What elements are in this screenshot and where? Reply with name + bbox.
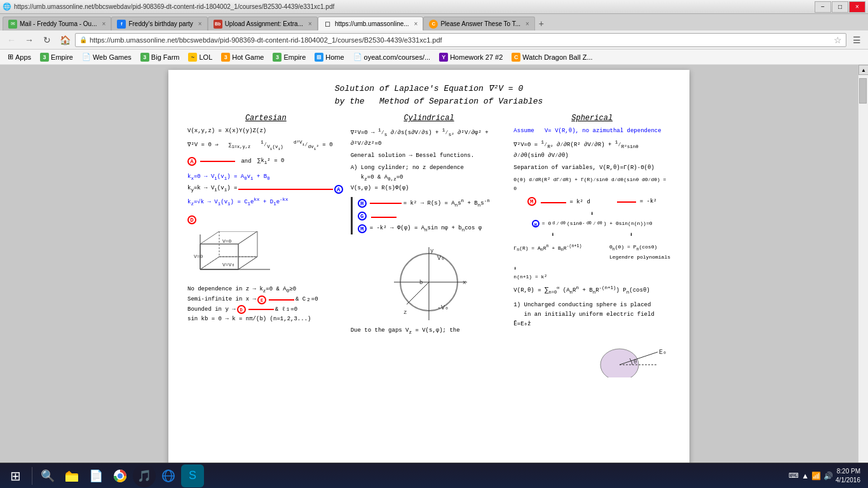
- cylindrical-equations: ∇²V=0 → 1⁄s ∂⁄∂s(s∂V⁄∂s) + 1⁄s² ∂²V⁄∂φ² …: [351, 126, 508, 336]
- dragon-ball-icon: C: [512, 53, 520, 62]
- apps-label: Apps: [15, 53, 31, 61]
- tab-pdf[interactable]: ◻ https://umb.umassonline... ×: [318, 17, 424, 30]
- address-text: https://umb.umassonline.net/bbcswebdav/p…: [90, 36, 831, 44]
- tray-time-display: 8:20 PM: [836, 467, 860, 476]
- circled-a-right: A: [334, 185, 343, 194]
- bookmark-big-farm[interactable]: 3 Big Farm: [137, 51, 184, 64]
- pdf-title: Solution of Laplace's Equation ∇²V = 0 b…: [187, 83, 670, 107]
- bookmark-empire-1[interactable]: 3 Empire: [36, 51, 77, 64]
- bookmarks-bar: ⊞ Apps 3 Empire 📄 Web Games 3 Big Farm ~…: [0, 50, 868, 65]
- circled-e: E: [257, 295, 266, 304]
- empire-label-2: Empire: [283, 53, 306, 61]
- tab-mail[interactable]: ✉ Mail - Freddy Touma - Ou... ×: [3, 17, 111, 30]
- content-area[interactable]: Solution of Laplace's Equation ∇²V = 0 b…: [0, 65, 858, 475]
- back-button[interactable]: ←: [4, 32, 19, 48]
- circled-a-left: A: [187, 157, 196, 166]
- refresh-button[interactable]: ↻: [39, 32, 55, 48]
- box-diagram: V=V₀ V=0 V=0: [187, 231, 283, 282]
- new-tab-button[interactable]: +: [535, 17, 548, 30]
- homework-icon: Y: [439, 53, 448, 62]
- bookmark-empire-2[interactable]: 3 Empire: [269, 51, 309, 64]
- titlebar-left: 🌐 https://umb.umassonline.net/bbcswebdav…: [3, 3, 334, 11]
- bookmark-hot-game[interactable]: 3 Hot Game: [217, 51, 268, 64]
- cylindrical-title: Cylindrical: [351, 114, 508, 123]
- minimize-button[interactable]: −: [815, 1, 831, 13]
- circled-h-1: H: [358, 199, 367, 208]
- circled-d: D: [187, 215, 196, 224]
- menu-button[interactable]: ☰: [849, 32, 864, 48]
- taskbar-search[interactable]: 🔍: [36, 464, 59, 487]
- forward-button[interactable]: →: [22, 32, 37, 48]
- svg-text:x: x: [463, 280, 466, 286]
- home-bm-label: Home: [325, 53, 344, 61]
- home-button[interactable]: 🏠: [57, 32, 72, 48]
- tray-date-display: 4/1/2016: [836, 476, 860, 485]
- tray-keyboard-icon[interactable]: ⌨: [789, 471, 799, 480]
- home-bm-icon: ⊞: [315, 53, 323, 62]
- taskbar-ie[interactable]: [157, 464, 180, 487]
- svg-text:V=0: V=0: [194, 254, 203, 259]
- vertical-scrollbar[interactable]: ▲ ▼: [858, 65, 868, 475]
- title-bar: 🌐 https://umb.umassonline.net/bbcswebdav…: [0, 0, 868, 14]
- spherical-equations: Assume V= V(R,θ), no azimuthal dependenc…: [513, 126, 670, 377]
- bookmark-web-games[interactable]: 📄 Web Games: [78, 51, 135, 64]
- bookmark-dragon-ball[interactable]: C Watch Dragon Ball Z...: [508, 51, 596, 64]
- cylinder-diagram: y x z V₀ -V₀ b: [388, 241, 470, 323]
- big-farm-label: Big Farm: [151, 53, 180, 61]
- tab-please-answer[interactable]: C Please Answer These To T... ×: [423, 17, 534, 30]
- file-explorer-icon: [64, 468, 79, 484]
- taskbar-music[interactable]: 🎵: [133, 464, 156, 487]
- svg-text:V₀: V₀: [437, 255, 445, 262]
- web-games-label: Web Games: [93, 53, 132, 61]
- tray-volume-icon[interactable]: 🔊: [824, 471, 833, 480]
- address-bar[interactable]: 🔒 https://umb.umassonline.net/bbcswebdav…: [75, 33, 846, 47]
- system-tray: ⌨ ▲ 📶 🔊 8:20 PM 4/1/2016: [783, 467, 865, 485]
- taskbar-chrome[interactable]: [109, 464, 132, 487]
- bookmark-oyeat[interactable]: 📄 oyeat.com/courses/...: [349, 51, 435, 64]
- window-title: https://umb.umassonline.net/bbcswebdav/p…: [14, 3, 334, 10]
- cartesian-column: Cartesian V(x,y,z) = X(x)Y(y)Z(z) ∇²V = …: [187, 114, 344, 377]
- bookmark-home[interactable]: ⊞ Home: [311, 51, 348, 64]
- web-games-icon: 📄: [82, 53, 91, 61]
- homework-label: Homework 27 #2: [450, 53, 503, 61]
- taskbar: ⊞ 🔍 📄 🎵 S ⌨ ▲ 📶 🔊: [0, 463, 868, 488]
- oyeat-icon: 📄: [353, 53, 362, 61]
- tab-upload[interactable]: Bb Upload Assignment: Extra... ×: [208, 17, 318, 30]
- navigation-bar: ← → ↻ 🏠 🔒 https://umb.umassonline.net/bb…: [0, 30, 868, 50]
- bookmark-star-icon[interactable]: ☆: [834, 35, 842, 45]
- tray-clock[interactable]: 8:20 PM 4/1/2016: [836, 467, 860, 485]
- tab-icon-pdf: ◻: [323, 19, 332, 28]
- spherical-title: Spherical: [513, 114, 670, 123]
- taskbar-file-explorer[interactable]: [60, 464, 83, 487]
- taskbar-skype[interactable]: S: [181, 464, 204, 487]
- scroll-up-button[interactable]: ▲: [858, 65, 868, 75]
- tab-close-birthday[interactable]: ×: [198, 20, 202, 27]
- tab-close-answer[interactable]: ×: [526, 20, 529, 27]
- circled-m: M: [358, 224, 367, 233]
- empire-icon-1: 3: [40, 53, 49, 62]
- tab-birthday[interactable]: f Freddy's birthday party ×: [111, 17, 207, 30]
- svg-text:z: z: [403, 309, 407, 316]
- chrome-icon: [112, 468, 128, 484]
- pdf-title-line2: by the Method of Separation of Variables: [187, 95, 670, 108]
- tray-network-icon[interactable]: 📶: [811, 471, 821, 480]
- close-button[interactable]: ×: [849, 1, 865, 13]
- maximize-button[interactable]: □: [832, 1, 848, 13]
- lol-label: LOL: [199, 53, 212, 61]
- start-button[interactable]: ⊞: [3, 464, 28, 487]
- bookmark-lol[interactable]: ~ LOL: [184, 51, 216, 64]
- tab-close-mail[interactable]: ×: [102, 20, 106, 27]
- oyeat-label: oyeat.com/courses/...: [364, 53, 431, 61]
- taskbar-doc-icon[interactable]: 📄: [85, 464, 107, 487]
- tab-label-pdf: https://umb.umassonline...: [335, 20, 409, 27]
- bookmark-homework[interactable]: Y Homework 27 #2: [435, 51, 506, 64]
- hot-game-icon: 3: [221, 53, 230, 62]
- apps-icon: ⊞: [8, 53, 13, 61]
- window-icon: 🌐: [3, 3, 11, 11]
- bookmark-apps[interactable]: ⊞ Apps: [4, 51, 35, 64]
- tray-up-arrow-icon[interactable]: ▲: [801, 471, 809, 480]
- tab-close-upload[interactable]: ×: [308, 20, 312, 27]
- scroll-thumb[interactable]: [859, 78, 867, 104]
- svg-marker-1: [238, 231, 257, 269]
- tab-close-pdf[interactable]: ×: [414, 20, 418, 27]
